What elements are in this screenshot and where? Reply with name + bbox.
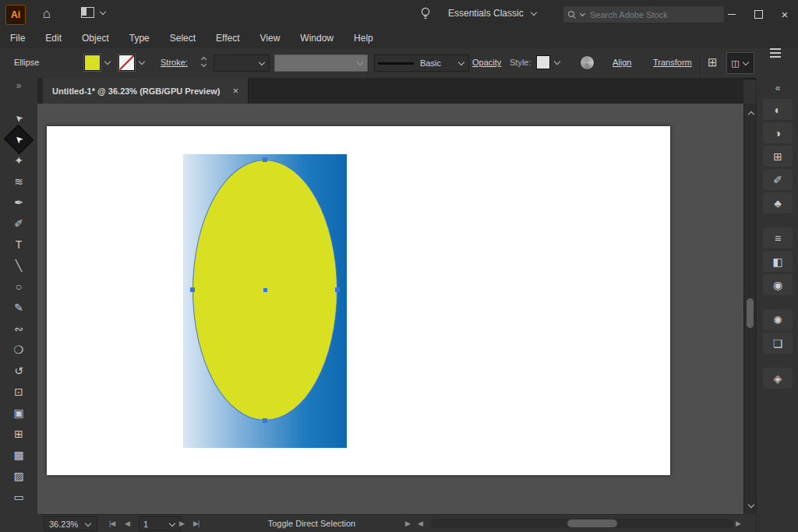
expand-panels-icon[interactable]: « xyxy=(757,81,798,97)
symbols-panel-button[interactable]: ♣ xyxy=(763,192,793,213)
gradient-panel-button[interactable]: ◧ xyxy=(763,251,793,272)
workspace-switcher[interactable]: Essentials Classic xyxy=(448,8,538,19)
line-segment-tool[interactable]: ╲ xyxy=(0,255,37,276)
pen-tool-icon: ✒ xyxy=(9,193,29,212)
perspective-grid-tool[interactable]: ⊞ xyxy=(0,423,37,444)
shaper-tool[interactable]: ∾ xyxy=(0,318,37,339)
stroke-weight-dropdown[interactable] xyxy=(214,55,270,72)
vertical-scrollbar-thumb[interactable] xyxy=(747,298,754,328)
window-controls: × xyxy=(719,0,798,28)
menu-item-file[interactable]: File xyxy=(0,28,35,48)
anchor-point-top[interactable] xyxy=(263,157,267,162)
appearance-panel-button[interactable]: ✺ xyxy=(763,309,793,330)
shape-builder-tool-icon: ▣ xyxy=(9,403,29,422)
transform-label[interactable]: Transform xyxy=(653,58,692,67)
pencil-tool[interactable]: ✎ xyxy=(0,297,37,318)
graphic-styles-panel-button[interactable]: ❏ xyxy=(763,333,793,354)
direct-selection-tool[interactable]: ➤ xyxy=(0,129,37,150)
illustrator-app-icon[interactable]: Ai xyxy=(5,5,26,25)
color-panel-icon: ◐ xyxy=(775,104,781,116)
anchor-point-right[interactable] xyxy=(335,287,340,292)
shaper-tool-icon: ∾ xyxy=(9,319,29,338)
previous-artboard-icon[interactable]: ◀ xyxy=(125,520,129,527)
color-guide-panel-button[interactable]: ◑ xyxy=(763,122,793,143)
first-artboard-icon[interactable]: |◀ xyxy=(109,520,115,527)
scroll-left-icon[interactable]: ◀ xyxy=(418,520,422,527)
dock-options-button[interactable]: ◫ xyxy=(726,52,754,74)
menu-item-window[interactable]: Window xyxy=(290,28,344,48)
type-tool[interactable]: T xyxy=(0,234,37,255)
artboard-navigation-dropdown[interactable]: 1 xyxy=(139,516,181,531)
expand-tools-icon[interactable]: » xyxy=(0,78,37,95)
horizontal-scrollbar-thumb[interactable] xyxy=(567,520,617,527)
panel-dock: « ◐ ◑ ⊞ ✐ ♣ ≡ ◧ ◉ ✺ ❏ ◈ xyxy=(756,78,798,532)
swatches-panel-button[interactable]: ⊞ xyxy=(763,146,793,167)
paintbrush-tool[interactable]: ✐ xyxy=(0,213,37,234)
opacity-label[interactable]: Opacity xyxy=(472,58,501,67)
control-bar: Ellipse Stroke: Basic Opacity Style: Ali… xyxy=(0,48,798,79)
gradient-tool[interactable]: ▨ xyxy=(0,465,37,486)
center-point[interactable] xyxy=(263,288,267,292)
document-tab-bar: Untitled-1* @ 36.23% (RGB/GPU Preview) × xyxy=(37,78,743,104)
fill-color-swatch[interactable] xyxy=(84,55,101,71)
stepper-down-icon[interactable] xyxy=(201,61,207,66)
arrange-documents-button[interactable] xyxy=(81,7,107,18)
shape-builder-tool[interactable]: ▣ xyxy=(0,402,37,423)
isolate-grid-icon[interactable]: ⊞ xyxy=(708,55,718,69)
transparency-panel-button[interactable]: ◉ xyxy=(763,274,793,295)
layers-panel-button[interactable]: ◈ xyxy=(763,368,793,389)
status-expand-icon[interactable]: ▶ xyxy=(405,520,410,527)
pen-tool[interactable]: ✒ xyxy=(0,192,37,213)
next-artboard-icon[interactable]: ▶ xyxy=(179,520,184,527)
stroke-weight-label[interactable]: Stroke: xyxy=(161,58,188,67)
anchor-point-bottom[interactable] xyxy=(263,418,267,423)
stroke-panel-button[interactable]: ≡ xyxy=(763,227,793,248)
rotate-tool[interactable]: ↺ xyxy=(0,360,37,381)
last-artboard-icon[interactable]: ▶| xyxy=(193,520,199,527)
menu-item-view[interactable]: View xyxy=(250,28,291,48)
close-button[interactable]: × xyxy=(772,0,798,28)
menu-item-object[interactable]: Object xyxy=(72,28,119,48)
document-tab[interactable]: Untitled-1* @ 36.23% (RGB/GPU Preview) × xyxy=(43,78,249,104)
maximize-button[interactable] xyxy=(745,0,772,28)
ellipse-tool[interactable]: ○ xyxy=(0,276,37,297)
panel-group-gap xyxy=(757,298,798,307)
type-tool-icon: T xyxy=(9,235,29,254)
menu-item-select[interactable]: Select xyxy=(160,28,206,48)
color-panel-button[interactable]: ◐ xyxy=(763,99,793,120)
scroll-down-icon[interactable] xyxy=(748,502,754,508)
panel-menu-button[interactable] xyxy=(770,48,781,76)
lasso-tool[interactable]: ≋ xyxy=(0,171,37,192)
style-chevron-icon[interactable] xyxy=(554,58,560,65)
menu-item-effect[interactable]: Effect xyxy=(206,28,249,48)
menu-item-help[interactable]: Help xyxy=(344,28,383,48)
vertical-scrollbar[interactable] xyxy=(743,104,757,514)
scroll-up-icon[interactable] xyxy=(748,111,754,118)
discover-lightbulb-icon[interactable] xyxy=(420,7,431,23)
brush-definition-dropdown[interactable]: Basic xyxy=(374,55,469,72)
horizontal-scrollbar[interactable] xyxy=(430,519,734,528)
menu-item-edit[interactable]: Edit xyxy=(35,28,72,48)
stroke-color-swatch[interactable] xyxy=(118,55,135,71)
recolor-artwork-icon[interactable] xyxy=(580,55,595,70)
stroke-chevron-icon[interactable] xyxy=(139,58,145,65)
mesh-tool[interactable]: ▦ xyxy=(0,444,37,465)
tab-close-icon[interactable]: × xyxy=(233,85,239,97)
free-transform-tool[interactable]: ⊡ xyxy=(0,381,37,402)
canvas-area[interactable] xyxy=(37,104,743,514)
anchor-point-left[interactable] xyxy=(190,287,195,292)
search-input[interactable] xyxy=(588,9,701,20)
fill-chevron-icon[interactable] xyxy=(104,58,111,65)
adobe-stock-search[interactable] xyxy=(563,5,725,23)
scroll-right-icon[interactable]: ▶ xyxy=(736,520,740,527)
minimize-button[interactable] xyxy=(719,0,745,28)
eyedropper-tool[interactable]: ❍ xyxy=(0,339,37,360)
artboard-tool[interactable]: ▭ xyxy=(0,486,37,507)
brushes-panel-button[interactable]: ✐ xyxy=(763,169,793,190)
graphic-style-swatch[interactable] xyxy=(536,55,550,69)
align-label[interactable]: Align xyxy=(613,58,631,67)
menu-item-type[interactable]: Type xyxy=(119,28,160,48)
stroke-weight-stepper[interactable] xyxy=(200,48,207,76)
home-icon[interactable]: ⌂ xyxy=(37,6,56,22)
zoom-level-dropdown[interactable]: 36.23% xyxy=(44,516,97,531)
